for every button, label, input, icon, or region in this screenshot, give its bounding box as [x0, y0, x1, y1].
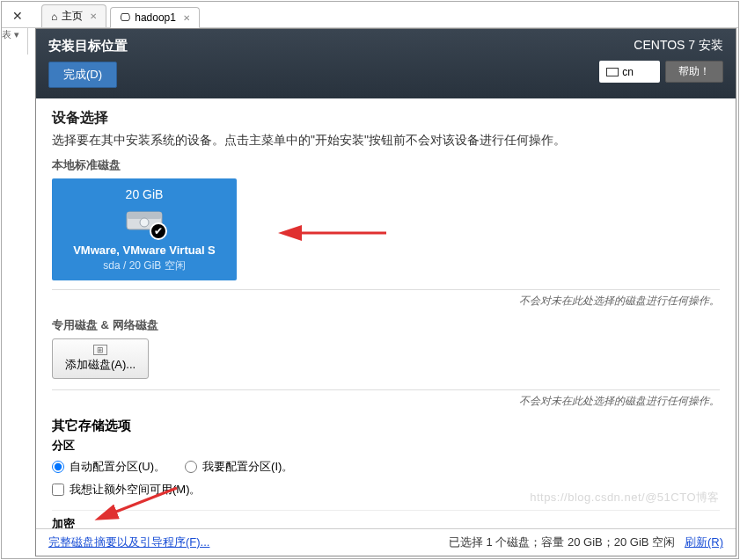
- encrypt-heading: 加密: [52, 510, 720, 528]
- help-button[interactable]: 帮助！: [665, 61, 723, 83]
- done-button[interactable]: 完成(D): [48, 62, 117, 88]
- keyboard-icon: [606, 68, 619, 76]
- disk-size: 20 GiB: [57, 187, 231, 201]
- keyboard-layout-value: cn: [622, 66, 634, 78]
- annotation-arrow: [289, 222, 395, 252]
- unselected-note-2: 不会对未在此处选择的磁盘进行任何操作。: [52, 394, 720, 409]
- header-bar: 安装目标位置 完成(D) CENTOS 7 安装 cn 帮助！: [36, 29, 736, 98]
- disk-device-line: sda / 20 GiB 空闲: [57, 258, 231, 273]
- local-disks-heading: 本地标准磁盘: [52, 157, 720, 173]
- radio-manual-input[interactable]: [185, 461, 197, 473]
- tab-close-icon[interactable]: ✕: [183, 13, 190, 23]
- checkbox-extra-space[interactable]: 我想让额外空间可用(M)。: [52, 482, 720, 498]
- local-disks-row: 20 GiB ✔ VMware, VMware Virtual S sda / …: [52, 178, 720, 290]
- tab-close-icon[interactable]: ✕: [90, 11, 97, 21]
- close-icon[interactable]: ✕: [12, 9, 23, 23]
- radio-auto-label: 自动配置分区(U)。: [70, 459, 165, 475]
- refresh-link[interactable]: 刷新(R): [685, 535, 723, 549]
- svg-point-2: [140, 218, 149, 227]
- install-title: CENTOS 7 安装: [634, 38, 723, 54]
- storage-options-heading: 其它存储选项: [52, 418, 720, 434]
- content-area: 设备选择 选择要在其中安装系统的设备。点击主菜单中的"开始安装"按钮前不会对该设…: [36, 98, 736, 528]
- disk-tile-sda[interactable]: 20 GiB ✔ VMware, VMware Virtual S sda / …: [52, 178, 237, 280]
- device-select-desc: 选择要在其中安装系统的设备。点击主菜单中的"开始安装"按钮前不会对该设备进行任何…: [52, 133, 720, 149]
- radio-manual-partition[interactable]: 我要配置分区(I)。: [185, 459, 293, 475]
- full-disk-summary-link[interactable]: 完整磁盘摘要以及引导程序(F)...: [48, 535, 209, 550]
- page-title: 安装目标位置: [48, 38, 128, 55]
- disk-name: VMware, VMware Virtual S: [57, 244, 231, 257]
- radio-manual-label: 我要配置分区(I)。: [202, 459, 293, 475]
- radio-auto-input[interactable]: [52, 461, 64, 473]
- tab-hadoop1[interactable]: 🖵 hadoop1 ✕: [110, 7, 200, 28]
- add-disk-icon: ⊞: [93, 345, 107, 355]
- installer-window: 安装目标位置 完成(D) CENTOS 7 安装 cn 帮助！ 设备选择 选择要…: [35, 28, 736, 556]
- left-panel-stub: 表 ▾: [2, 28, 28, 55]
- radio-auto-partition[interactable]: 自动配置分区(U)。: [52, 459, 165, 475]
- tab-home[interactable]: ⌂ 主页 ✕: [41, 4, 106, 27]
- disk-icon: ✔: [125, 207, 164, 236]
- home-icon: ⌂: [51, 11, 57, 23]
- tab-label: hadoop1: [135, 11, 176, 24]
- partition-label: 分区: [52, 438, 720, 454]
- add-disk-label: 添加磁盘(A)...: [65, 357, 136, 373]
- vm-icon: 🖵: [120, 11, 130, 24]
- keyboard-layout-selector[interactable]: cn: [599, 61, 660, 83]
- checkbox-extra-input[interactable]: [52, 484, 64, 496]
- add-disk-button[interactable]: ⊞ 添加磁盘(A)...: [52, 338, 149, 379]
- check-icon: ✔: [150, 222, 167, 240]
- special-net-heading: 专用磁盘 & 网络磁盘: [52, 317, 720, 333]
- checkbox-extra-label: 我想让额外空间可用(M)。: [70, 482, 201, 498]
- tab-bar: ⌂ 主页 ✕ 🖵 hadoop1 ✕: [2, 2, 738, 28]
- tab-label: 主页: [62, 9, 83, 24]
- selection-status: 已选择 1 个磁盘；容量 20 GiB；20 GiB 空闲: [449, 535, 675, 549]
- unselected-note: 不会对未在此处选择的磁盘进行任何操作。: [52, 294, 720, 309]
- bottom-bar: 完整磁盘摘要以及引导程序(F)... 已选择 1 个磁盘；容量 20 GiB；2…: [36, 528, 736, 556]
- device-select-heading: 设备选择: [52, 109, 720, 127]
